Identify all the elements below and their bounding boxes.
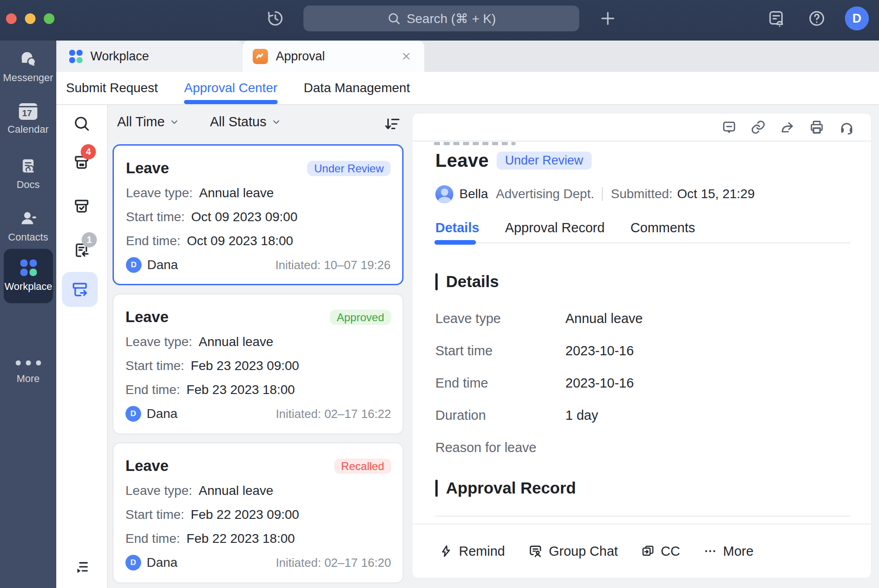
traffic-zoom-button[interactable] [44,13,54,24]
detail-body: Leave Under Review Bella Advertising Dep… [435,141,871,517]
requester-row: Bella Advertising Dept. Submitted: Oct 1… [435,185,871,203]
tab-approval-label: Approval [276,49,325,64]
group-chat-button[interactable]: Group Chat [528,544,618,559]
remind-bolt-icon [439,544,453,558]
user-avatar[interactable]: D [845,6,869,30]
received-badge: 1 [82,232,97,247]
detail-panel: Leave Under Review Bella Advertising Dep… [412,113,872,578]
more-dots-icon [703,544,717,558]
field-row: Reason for leave [435,438,871,457]
workplace-logo-icon [69,50,83,63]
field-row: Leave typeAnnual leave [435,309,871,328]
remind-button[interactable]: Remind [439,544,505,559]
filter-all-time[interactable]: All Time [117,114,179,129]
calendar-icon: 17 [19,103,37,120]
sidebar-item-docs[interactable]: Docs [0,157,56,191]
chevron-down-icon [169,117,179,127]
approval-center-content: All Time All Status Leave Under Review L… [108,105,879,588]
active-tab-underline [434,240,476,245]
sort-icon[interactable] [385,116,401,132]
requester-avatar[interactable] [435,185,453,203]
tab-approval[interactable]: Approval [243,41,424,72]
sidebar-item-messenger[interactable]: Messenger [0,50,56,84]
history-icon[interactable] [266,9,285,28]
docs-icon [18,157,38,175]
sidebar-item-more[interactable]: More [0,360,56,385]
chevron-down-icon [271,117,281,127]
card-footer: D Dana Initiated: 02–17 16:22 [125,406,391,422]
detail-title: Leave [435,150,489,171]
rail-search-icon[interactable] [73,115,90,132]
search-placeholder: Search (⌘ + K) [407,11,496,26]
field-row: Duration1 day [435,406,871,424]
search-input[interactable]: Search (⌘ + K) [303,6,579,31]
tab-approval-record[interactable]: Approval Record [505,220,605,235]
tab-comments[interactable]: Comments [630,220,695,235]
group-chat-icon [528,544,543,559]
rail-collapse-icon[interactable] [73,558,90,576]
comment-icon[interactable] [721,119,737,135]
approval-card[interactable]: Leave Under Review Leave type:Annual lea… [113,144,404,285]
traffic-close-button[interactable] [6,13,17,24]
sidebar-item-contacts[interactable]: Contacts [0,209,56,243]
card-row: Leave type:Annual leave [125,482,391,500]
sidebar-item-calendar[interactable]: 17 Calendar [0,103,56,135]
record-divider [435,516,850,517]
detail-tabs: Details Approval Record Comments [435,219,871,236]
search-icon [387,12,401,25]
card-row: End time:Feb 22 2023 18:00 [125,530,391,547]
field-row: Start time2023-10-16 [435,341,871,360]
filter-all-status[interactable]: All Status [210,114,281,129]
owner-avatar: D [125,555,141,570]
status-badge: Approved [330,310,391,325]
cc-button[interactable]: CC [641,544,680,559]
status-badge: Recalled [334,459,391,474]
card-row: Start time:Feb 23 2023 09:00 [125,357,391,375]
inbox-badge: 4 [81,144,96,159]
detail-status-badge: Under Review [497,152,592,170]
more-dots-icon [16,360,41,365]
copy-link-icon[interactable] [750,119,766,135]
print-icon[interactable] [809,119,825,135]
nav-data-management[interactable]: Data Management [304,72,410,104]
helpdesk-icon[interactable] [839,119,855,135]
section-details-heading: Details [435,270,871,293]
new-tab-plus-icon[interactable] [599,9,617,28]
card-row: Leave type:Annual leave [126,184,391,202]
card-footer: D Dana Initiated: 10–07 19:26 [126,257,391,273]
tab-close-icon[interactable] [401,51,412,62]
sidebar: Messenger 17 Calendar Docs Contacts Work… [0,41,56,588]
approval-rail: 4 1 [56,105,108,588]
more-button[interactable]: More [703,544,754,559]
messenger-icon [18,50,38,68]
card-row: End time:Oct 09 2023 18:00 [126,232,391,250]
sidebar-item-workplace[interactable]: Workplace [4,249,53,303]
traffic-minimize-button[interactable] [25,13,36,24]
status-badge: Under Review [307,161,391,176]
tab-details[interactable]: Details [435,220,479,235]
owner-avatar: D [126,257,142,273]
notification-icon[interactable] [767,9,786,28]
detail-fields: Leave typeAnnual leave Start time2023-10… [435,309,871,457]
tabs-divider [435,242,850,243]
detail-toolbar [412,113,871,141]
owner-avatar: D [125,406,141,422]
tab-workplace[interactable]: Workplace [57,41,243,72]
card-footer: D Dana Initiated: 02–17 16:20 [125,554,391,571]
detail-actions: Remind Group Chat CC More [412,523,871,578]
rail-sent-active[interactable] [62,272,98,307]
nav-submit-request[interactable]: Submit Request [66,72,158,104]
card-row: Leave type:Annual leave [125,333,391,351]
contacts-icon [18,209,38,228]
section-record-heading: Approval Record [435,477,871,499]
card-row: End time:Feb 23 2023 18:00 [125,381,391,399]
rail-submitted-icon[interactable] [73,197,90,215]
tab-workplace-label: Workplace [90,49,149,64]
approval-card[interactable]: Leave Recalled Leave type:Annual leave S… [113,442,404,583]
help-icon[interactable] [808,9,826,28]
approval-card[interactable]: Leave Approved Leave type:Annual leave S… [113,294,404,435]
window-titlebar: Search (⌘ + K) D [0,0,879,41]
clipped-scroll-text [434,142,516,145]
share-icon[interactable] [780,119,796,135]
nav-approval-center[interactable]: Approval Center [184,72,277,104]
